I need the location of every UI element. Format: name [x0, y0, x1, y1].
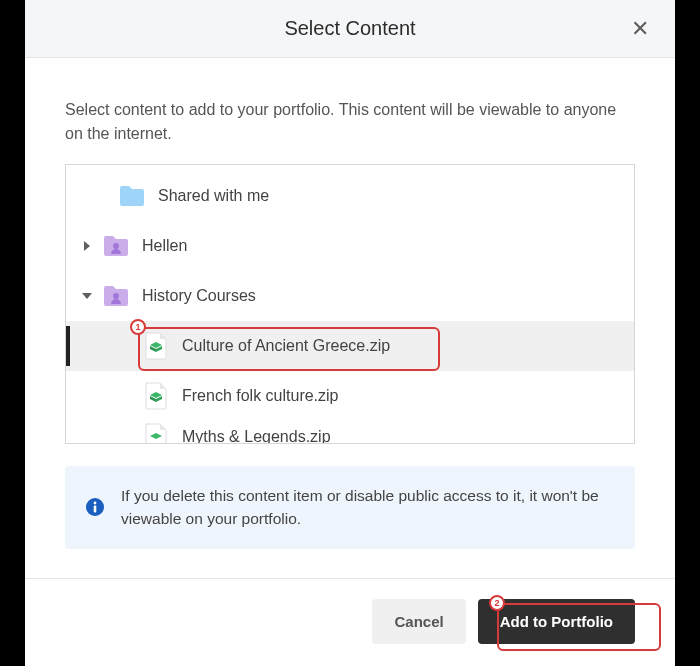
tree-scroll[interactable]: Shared with me Hellen	[66, 165, 634, 443]
svg-point-3	[94, 502, 97, 505]
package-file-icon	[142, 382, 170, 410]
tree-item-history-courses[interactable]: History Courses	[66, 271, 634, 321]
dialog-description: Select content to add to your portfolio.…	[65, 98, 635, 146]
info-banner: If you delete this content item or disab…	[65, 466, 635, 549]
tree-item-label: Shared with me	[158, 187, 269, 205]
svg-rect-4	[94, 506, 97, 513]
tree-item-label: Myths & Legends.zip	[182, 428, 331, 443]
dialog-footer: Cancel Add to Portfolio	[25, 578, 675, 666]
tree-item-culture-ancient-greece[interactable]: Culture of Ancient Greece.zip	[66, 321, 634, 371]
close-icon: ✕	[631, 16, 649, 41]
folder-icon	[118, 182, 146, 210]
shared-folder-icon	[102, 282, 130, 310]
info-icon	[85, 497, 105, 517]
tree-item-label: French folk culture.zip	[182, 387, 339, 405]
info-text: If you delete this content item or disab…	[121, 484, 615, 531]
tree-item-french-folk-culture[interactable]: French folk culture.zip	[66, 371, 634, 421]
tree-item-label: History Courses	[142, 287, 256, 305]
content-tree: Shared with me Hellen	[65, 164, 635, 444]
tree-item-myths-legends[interactable]: Myths & Legends.zip	[66, 421, 634, 443]
shared-folder-icon	[102, 232, 130, 260]
close-button[interactable]: ✕	[623, 14, 657, 44]
dialog-header: Select Content ✕	[25, 0, 675, 58]
select-content-dialog: Select Content ✕ Select content to add t…	[25, 0, 675, 666]
chevron-right-icon[interactable]	[78, 241, 96, 251]
dialog-body: Select content to add to your portfolio.…	[25, 58, 675, 578]
svg-point-0	[113, 243, 119, 249]
cancel-button[interactable]: Cancel	[372, 599, 465, 644]
add-to-portfolio-button[interactable]: Add to Portfolio	[478, 599, 635, 644]
svg-point-1	[113, 293, 119, 299]
tree-item-label: Hellen	[142, 237, 187, 255]
chevron-down-icon[interactable]	[78, 291, 96, 301]
tree-item-shared-with-me[interactable]: Shared with me	[66, 171, 634, 221]
package-file-icon	[142, 332, 170, 360]
tree-item-hellen[interactable]: Hellen	[66, 221, 634, 271]
dialog-title: Select Content	[284, 17, 415, 40]
package-file-icon	[142, 423, 170, 443]
tree-item-label: Culture of Ancient Greece.zip	[182, 337, 390, 355]
